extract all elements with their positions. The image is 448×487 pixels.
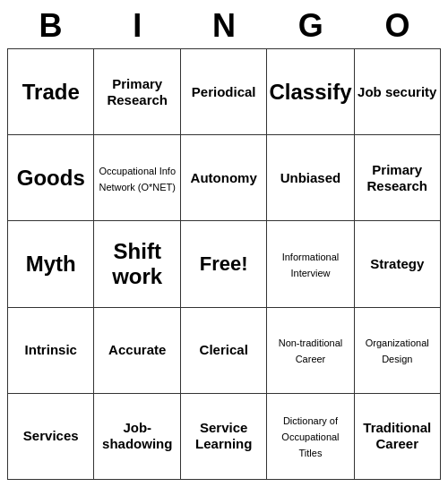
bingo-cell: Autonomy <box>180 135 266 221</box>
bingo-cell: Intrinsic <box>8 307 94 393</box>
bingo-cell: Primary Research <box>94 49 181 135</box>
bingo-cell: Free! <box>180 221 266 307</box>
title-letter: O <box>354 7 441 45</box>
bingo-cell: Services <box>8 393 94 479</box>
bingo-cell: Goods <box>8 135 94 221</box>
bingo-cell: Trade <box>8 49 94 135</box>
bingo-cell: Organizational Design <box>354 307 441 393</box>
bingo-cell: Job security <box>354 49 441 135</box>
title-letter: N <box>181 7 268 45</box>
bingo-grid: TradePrimary ResearchPeriodicalClassifyJ… <box>7 48 441 480</box>
title-letter: G <box>267 7 354 45</box>
bingo-cell: Unbiased <box>267 135 354 221</box>
bingo-cell: Occupational Info Network (O*NET) <box>94 135 181 221</box>
bingo-cell: Periodical <box>180 49 266 135</box>
bingo-cell: Clerical <box>180 307 266 393</box>
bingo-cell: Job-shadowing <box>94 393 181 479</box>
bingo-title: BINGO <box>7 7 441 45</box>
bingo-cell: Myth <box>8 221 94 307</box>
bingo-cell: Classify <box>267 49 354 135</box>
bingo-cell: Dictionary of Occupational Titles <box>267 393 354 479</box>
bingo-cell: Accurate <box>94 307 181 393</box>
title-letter: B <box>7 7 94 45</box>
bingo-cell: Informational Interview <box>267 221 354 307</box>
bingo-cell: Service Learning <box>180 393 266 479</box>
bingo-cell: Non-traditional Career <box>267 307 354 393</box>
title-letter: I <box>94 7 181 45</box>
bingo-cell: Strategy <box>354 221 441 307</box>
bingo-cell: Shift work <box>94 221 181 307</box>
bingo-cell: Traditional Career <box>354 393 441 479</box>
bingo-cell: Primary Research <box>354 135 441 221</box>
